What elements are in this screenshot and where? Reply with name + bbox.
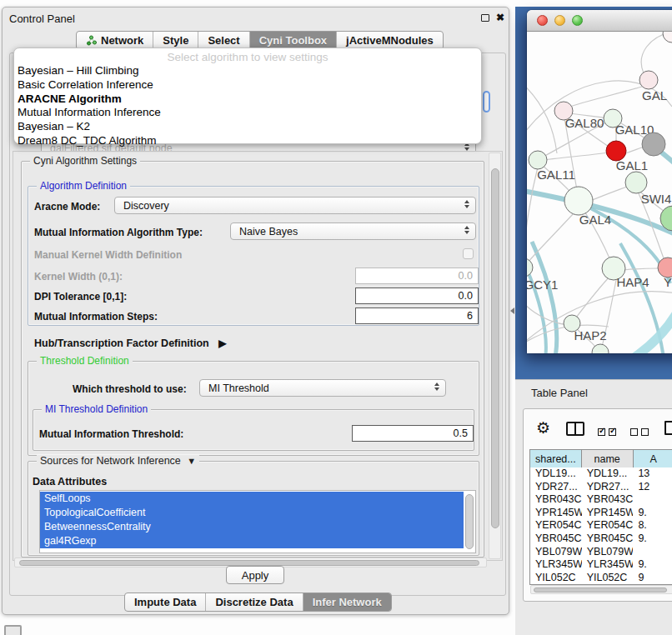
float-window-icon[interactable]	[481, 14, 489, 22]
algorithm-option[interactable]: Basic Correlation Inference	[14, 78, 481, 92]
tab-label: Select	[208, 34, 239, 47]
tab-label: Infer Network	[313, 596, 382, 608]
table-cell: YDR27...	[530, 481, 582, 494]
data-attribute-item[interactable]: SelfLoops	[40, 492, 464, 506]
manual-kernel-width-label: Manual Kernel Width Definition	[34, 249, 182, 261]
column-header[interactable]: name	[582, 450, 634, 468]
mi-algorithm-type-value: Naive Bayes	[239, 226, 298, 238]
table-row[interactable]: YDR27...YDR27...12	[530, 481, 672, 494]
table-row[interactable]: YLR345WYLR345W9.	[530, 558, 672, 572]
document-icon[interactable]	[664, 421, 672, 435]
algorithm-option[interactable]: Bayesian – Hill Climbing	[14, 64, 481, 78]
table-cell	[633, 546, 672, 559]
node-label: GAL80	[565, 116, 604, 130]
deselect-all-icon[interactable]	[630, 424, 652, 439]
which-threshold-select[interactable]: MI Threshold	[199, 379, 446, 397]
network-edge	[630, 307, 672, 353]
attribute-list-scrollbar[interactable]	[465, 494, 474, 549]
table-row[interactable]: YBR045CYBR045C9.	[530, 532, 672, 546]
traffic-light-minimize-icon[interactable]	[554, 15, 565, 26]
control-panel-title: Control Panel	[9, 12, 75, 25]
tab-impute-data[interactable]: Impute Data	[125, 593, 206, 611]
node-label: GCY1	[527, 278, 558, 292]
network-node[interactable]	[529, 151, 547, 169]
table-row[interactable]: YIL052CYIL052C9	[530, 572, 672, 585]
tab-cyni-toolbox[interactable]: Cyni Toolbox	[250, 32, 337, 49]
threshold-definition-title: Threshold Definition	[37, 355, 133, 367]
tab-style[interactable]: Style	[153, 32, 198, 49]
network-edge	[570, 87, 642, 107]
algorithm-option[interactable]: ARACNE Algorithm	[14, 92, 481, 107]
table-cell: 12	[633, 481, 672, 494]
algorithm-option[interactable]: Bayesian – K2	[14, 120, 481, 134]
table-cell	[633, 493, 672, 507]
node-table: shared...nameA YDL19...YDL19...13YDR27..…	[529, 449, 672, 585]
mini-panel-button[interactable]	[4, 625, 22, 635]
collapse-arrow-icon: ▼	[187, 456, 196, 466]
mi-algorithm-type-select[interactable]: Naive Bayes	[230, 222, 476, 240]
table-cell: YPR145W	[582, 507, 634, 520]
algorithm-option[interactable]: Dream8 DC_TDC Algorithm	[14, 134, 481, 148]
network-canvas[interactable]: GALGAL80GAL10GAL1GAL11SWI4GAL4GCY1HAP4YH…	[527, 32, 672, 353]
table-horizontal-scrollbar[interactable]	[530, 585, 672, 594]
table-row[interactable]: YER054CYER054C8.	[530, 519, 672, 532]
table-row[interactable]: YDL19...YDL19...13	[530, 468, 672, 481]
table-row[interactable]: YBL079WYBL079W	[530, 546, 672, 559]
network-node[interactable]	[625, 172, 647, 193]
data-attribute-item[interactable]: BetweennessCentrality	[40, 520, 464, 534]
table-cell: 8.	[633, 519, 672, 532]
table-cell: 13	[633, 468, 672, 481]
table-cell: YBR043C	[582, 493, 634, 507]
tab-label: Cyni Toolbox	[259, 34, 327, 47]
node-label: SWI4	[641, 192, 672, 206]
tab-discretize-data[interactable]: Discretize Data	[206, 593, 303, 611]
settings-horizontal-scrollbar-thumb[interactable]	[19, 560, 479, 566]
sources-group-toggle[interactable]: Sources for Network Inference ▼	[37, 455, 199, 467]
tab-infer-network[interactable]: Infer Network	[303, 593, 391, 611]
mi-threshold-field[interactable]: 0.5	[352, 425, 474, 442]
manual-kernel-width-checkbox[interactable]	[463, 248, 474, 259]
tab-select[interactable]: Select	[198, 32, 249, 49]
table-row[interactable]: YBR043CYBR043C	[530, 493, 672, 507]
column-header[interactable]: A	[634, 450, 672, 468]
select-all-icon[interactable]	[598, 424, 619, 439]
column-header[interactable]: shared...	[530, 450, 582, 468]
aracne-mode-select[interactable]: Discovery	[114, 197, 476, 214]
network-node[interactable]	[642, 132, 665, 156]
settings-vertical-scrollbar[interactable]	[489, 152, 501, 559]
network-node[interactable]	[663, 32, 672, 42]
splitter-grip[interactable]	[510, 308, 514, 314]
apply-button[interactable]: Apply	[226, 566, 284, 584]
dpi-tolerance-label: DPI Tolerance [0,1]:	[34, 291, 127, 302]
settings-vertical-scrollbar-thumb[interactable]	[491, 168, 499, 528]
data-attribute-item[interactable]: TopologicalCoefficient	[40, 506, 464, 520]
gear-icon[interactable]: ⚙	[536, 420, 550, 436]
tab-jactivemnodules[interactable]: jActiveMNodules	[337, 32, 443, 49]
table-cell: YLR345W	[530, 558, 582, 572]
hub-definition-toggle[interactable]: Hub/Transcription Factor Definition ▶	[34, 338, 226, 349]
algorithm-option[interactable]: Mutual Information Inference	[14, 106, 481, 120]
data-attribute-item[interactable]: gal4RGexp	[40, 534, 464, 548]
network-view-window: GALGAL80GAL10GAL1GAL11SWI4GAL4GCY1HAP4YH…	[527, 10, 672, 353]
table-cell: YBL079W	[582, 546, 634, 559]
algorithm-dropdown: Select algorithm to view settings Bayesi…	[13, 48, 482, 144]
network-edge	[624, 268, 659, 270]
network-node[interactable]	[564, 187, 593, 215]
column-layout-icon[interactable]	[566, 422, 584, 436]
mi-steps-field[interactable]: 6	[355, 308, 479, 324]
network-window-titlebar[interactable]	[527, 10, 672, 32]
dpi-tolerance-field[interactable]: 0.0	[355, 288, 479, 304]
table-row[interactable]: YPR145WYPR145W9.	[530, 507, 672, 520]
kernel-width-field[interactable]: 0.0	[355, 268, 479, 284]
mi-threshold-group-title: MI Threshold Definition	[42, 403, 151, 415]
traffic-light-zoom-icon[interactable]	[572, 15, 583, 26]
close-icon[interactable]: ✖	[496, 13, 504, 22]
traffic-light-close-icon[interactable]	[537, 15, 548, 26]
dpi-tolerance-value: 0.0	[459, 290, 473, 302]
tab-network[interactable]: Network	[77, 32, 153, 49]
table-horizontal-scrollbar-thumb[interactable]	[534, 588, 667, 592]
tab-label: Impute Data	[134, 596, 196, 608]
network-node[interactable]	[639, 71, 658, 89]
network-node[interactable]	[527, 258, 533, 277]
table-cell: YBR043C	[530, 493, 582, 507]
